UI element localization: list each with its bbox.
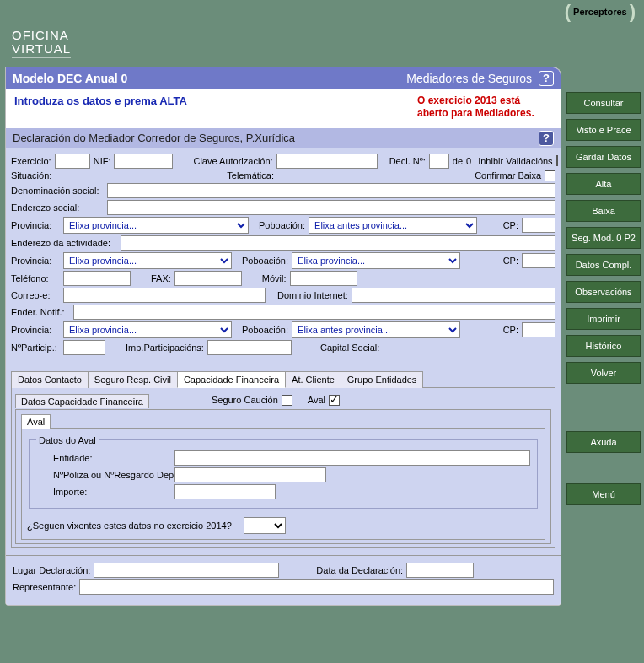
- inhibir-checkbox[interactable]: [556, 155, 558, 166]
- dominio-label: Dominio Internet:: [277, 290, 348, 300]
- representante-label: Representante:: [13, 582, 76, 592]
- nparticip-label: NºParticip.:: [11, 342, 60, 353]
- correo-label: Correo-e:: [11, 290, 60, 300]
- clave-aut-label: Clave Autorización:: [193, 156, 272, 166]
- cp3-input[interactable]: [522, 322, 555, 337]
- instruction-text: Introduza os datos e prema ALTA: [14, 94, 187, 120]
- lugar-decl-input[interactable]: [94, 563, 279, 578]
- telefono-input[interactable]: [63, 271, 131, 286]
- cp3-label: CP:: [503, 325, 518, 335]
- top-tab-perceptores[interactable]: ( Perceptores ): [565, 3, 636, 17]
- enderezo-social-input[interactable]: [107, 200, 555, 215]
- brand-logo: OFICINA VIRTUAL: [0, 22, 81, 67]
- tab-datos-contacto[interactable]: Datos Contacto: [11, 371, 89, 388]
- exercicio-label: Exercicio:: [11, 156, 51, 166]
- movil-input[interactable]: [290, 271, 357, 286]
- btn-historico[interactable]: Histórico: [566, 335, 641, 357]
- confirmar-baixa-checkbox[interactable]: [545, 170, 555, 181]
- poboacion3-select[interactable]: Elixa antes provincia...: [292, 321, 460, 338]
- provincia3-label: Provincia:: [11, 325, 60, 335]
- movil-label: Móvil:: [262, 273, 287, 283]
- telefono-label: Teléfono:: [11, 273, 60, 283]
- btn-datos-compl[interactable]: Datos Compl.: [566, 254, 641, 276]
- page-title: Modelo DEC Anual 0: [13, 72, 127, 85]
- btn-baixa[interactable]: Baixa: [566, 200, 641, 222]
- aval-label: Aval: [308, 395, 325, 405]
- tab-capacidade-financeira[interactable]: Capacidade Financeira: [177, 371, 286, 388]
- enderezo-social-label: Enderezo social:: [11, 202, 104, 213]
- imp-particip-input[interactable]: [207, 340, 292, 355]
- aval-checkbox[interactable]: [329, 395, 340, 406]
- nif-label: NIF:: [94, 156, 111, 166]
- poliza-label: NºPóliza ou NºResgardo Dep.:: [36, 470, 171, 480]
- data-decl-input[interactable]: [406, 563, 474, 578]
- tab-at-cliente[interactable]: At. Cliente: [285, 371, 341, 388]
- data-decl-label: Data da Declaración:: [316, 565, 403, 575]
- btn-seg-mod-0-p2[interactable]: Seg. Mod. 0 P2: [566, 227, 641, 249]
- cp1-input[interactable]: [522, 218, 555, 233]
- fieldset-datos-aval: Datos do Aval: [36, 435, 99, 445]
- btn-gardar-datos[interactable]: Gardar Datos: [566, 146, 641, 168]
- importe-input[interactable]: [174, 484, 276, 499]
- decl-num-input[interactable]: [429, 154, 449, 169]
- btn-visto-e-prace[interactable]: Visto e Prace: [566, 119, 641, 141]
- nif-input[interactable]: [114, 154, 173, 169]
- exercise-notice: O exercicio 2013 está aberto para Mediad…: [417, 94, 552, 120]
- tab-seguro-resp-civil[interactable]: Seguro Resp. Civil: [88, 371, 178, 388]
- provincia2-label: Provincia:: [11, 256, 60, 266]
- entidade-label: Entidade:: [36, 453, 171, 463]
- vixentes-select[interactable]: [244, 517, 286, 534]
- representante-input[interactable]: [79, 579, 554, 595]
- clave-aut-input[interactable]: [276, 154, 378, 169]
- section-title: Declaración do Mediador Corredor de Segu…: [13, 132, 295, 144]
- poboacion1-select[interactable]: Elixa antes provincia...: [309, 217, 477, 234]
- provincia1-select[interactable]: Elixa provincia...: [63, 217, 249, 234]
- enderezo-actividade-label: Enderezo da actividade:: [11, 238, 117, 248]
- importe-label: Importe:: [36, 487, 171, 497]
- cp2-label: CP:: [503, 256, 518, 266]
- de-value: 0: [466, 156, 471, 166]
- seguro-caucion-label: Seguro Caución: [212, 395, 278, 405]
- poliza-input[interactable]: [174, 467, 326, 482]
- denominacion-input[interactable]: [107, 183, 555, 198]
- btn-consultar[interactable]: Consultar: [566, 92, 641, 114]
- fax-label: FAX:: [151, 273, 171, 283]
- fax-input[interactable]: [174, 271, 242, 286]
- btn-imprimir[interactable]: Imprimir: [566, 308, 641, 330]
- btn-observacions[interactable]: Observacións: [566, 281, 641, 303]
- poboacion2-select[interactable]: Elixa provincia...: [292, 252, 460, 269]
- dominio-input[interactable]: [352, 288, 555, 303]
- help-icon[interactable]: ?: [539, 71, 554, 86]
- section-help-icon[interactable]: ?: [539, 131, 554, 146]
- exercicio-input[interactable]: [55, 154, 90, 169]
- inhibir-label: Inhibir Validacións: [478, 156, 552, 166]
- tab-grupo-entidades[interactable]: Grupo Entidades: [341, 371, 424, 388]
- ender-notif-input[interactable]: [73, 305, 555, 320]
- panel-title-capacidade: Datos Capacidade Financeira: [15, 394, 149, 408]
- poboacion1-label: Poboación:: [259, 220, 305, 230]
- poboacion2-label: Poboación:: [242, 256, 288, 266]
- de-label: de: [453, 156, 463, 166]
- page-subtitle: Mediadores de Seguros: [406, 72, 532, 85]
- cp2-input[interactable]: [522, 253, 555, 268]
- capital-label: Capital Social:: [320, 342, 379, 353]
- correo-input[interactable]: [63, 288, 266, 303]
- tab-aval[interactable]: Aval: [21, 414, 51, 429]
- enderezo-actividade-input[interactable]: [121, 235, 555, 251]
- btn-volver[interactable]: Volver: [566, 362, 641, 384]
- provincia1-label: Provincia:: [11, 220, 60, 230]
- vixentes-question: ¿Seguen vixentes estes datos no exercici…: [27, 520, 232, 531]
- btn-alta[interactable]: Alta: [566, 173, 641, 195]
- btn-axuda[interactable]: Axuda: [566, 431, 641, 453]
- lugar-decl-label: Lugar Declaración:: [13, 565, 90, 575]
- provincia3-select[interactable]: Elixa provincia...: [63, 321, 232, 338]
- entidade-input[interactable]: [174, 450, 530, 466]
- provincia2-select[interactable]: Elixa provincia...: [63, 252, 232, 269]
- decl-num-label: Decl. Nº:: [389, 156, 426, 166]
- btn-menu[interactable]: Menú: [566, 483, 641, 505]
- denominacion-label: Denominación social:: [11, 186, 104, 196]
- poboacion3-label: Poboación:: [242, 325, 288, 335]
- ender-notif-label: Ender. Notif.:: [11, 307, 70, 317]
- seguro-caucion-checkbox[interactable]: [282, 395, 292, 406]
- nparticip-input[interactable]: [63, 340, 105, 355]
